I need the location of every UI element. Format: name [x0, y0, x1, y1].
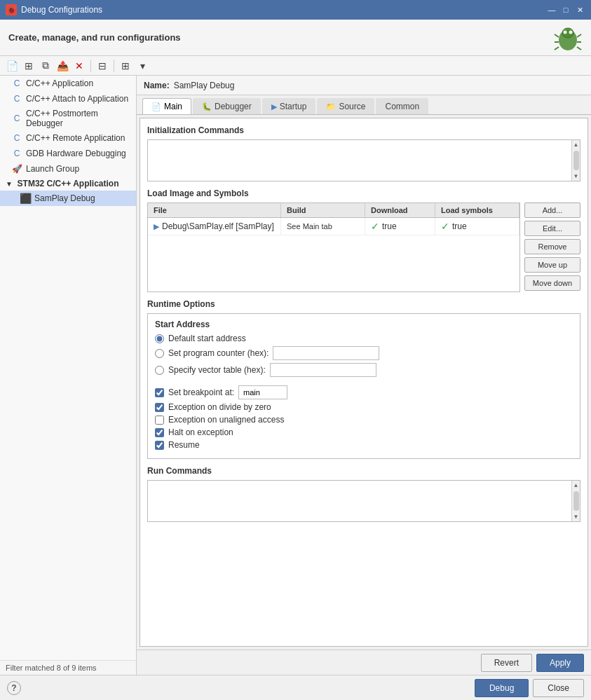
- sidebar-item-cpp-app[interactable]: C C/C++ Application: [0, 76, 136, 91]
- samplay-debug-icon: ⬛: [20, 193, 31, 204]
- radio-default-start-input[interactable]: [155, 334, 164, 343]
- sidebar-item-gdb-hardware[interactable]: C GDB Hardware Debugging: [0, 146, 136, 161]
- scrollbar-down-arrow[interactable]: ▼: [572, 172, 580, 181]
- new-config-button[interactable]: 📄: [4, 58, 20, 74]
- sidebar-item-label-cpp-attach: C/C++ Attach to Application: [26, 94, 128, 104]
- exception-divide-checkbox[interactable]: [155, 403, 164, 412]
- sidebar-item-samplay-debug[interactable]: ⬛ SamPlay Debug: [0, 191, 136, 206]
- cell-build: See Main tab: [281, 218, 365, 235]
- tab-source[interactable]: 📁 Source: [317, 98, 374, 114]
- sidebar-group-stm32: ▼ STM32 C/C++ Application: [0, 177, 136, 191]
- close-button[interactable]: ✕: [574, 4, 585, 15]
- sidebar-item-cpp-attach[interactable]: C C/C++ Attach to Application: [0, 91, 136, 107]
- sidebar-item-launch-group[interactable]: 🚀 Launch Group: [0, 161, 136, 177]
- table-row[interactable]: ▶ Debug\SamPlay.elf [SamPlay] See Main t…: [148, 218, 519, 235]
- sidebar-item-label-cpp-postmortem: C/C++ Postmortem Debugger: [26, 109, 130, 128]
- source-tab-icon: 📁: [326, 102, 336, 111]
- tab-main[interactable]: 📄 Main: [142, 98, 191, 114]
- svg-line-6: [555, 47, 559, 50]
- tab-debugger[interactable]: 🐛 Debugger: [193, 98, 261, 114]
- init-commands-area[interactable]: ▲ ▼: [147, 139, 580, 181]
- close-button[interactable]: Close: [533, 679, 584, 697]
- export-button[interactable]: 📤: [55, 58, 70, 74]
- run-scrollbar-thumb: [573, 491, 579, 511]
- revert-button[interactable]: Revert: [481, 654, 532, 672]
- debugger-tab-icon: 🐛: [202, 102, 212, 111]
- tab-common[interactable]: Common: [376, 98, 428, 114]
- action-bar: ? Debug Close: [0, 675, 591, 700]
- radio-vector-table: Specify vector table (hex):: [155, 363, 573, 377]
- svg-line-4: [555, 34, 559, 37]
- run-scrollbar-up[interactable]: ▲: [572, 481, 580, 490]
- svg-line-9: [577, 47, 581, 50]
- run-scrollbar-down[interactable]: ▼: [572, 512, 580, 521]
- table-buttons: Add... Edit... Remove Move up Move down: [524, 203, 580, 292]
- help-button[interactable]: ?: [7, 681, 21, 695]
- vector-table-input[interactable]: [270, 363, 376, 377]
- program-counter-input[interactable]: [273, 346, 379, 360]
- debug-button[interactable]: Debug: [475, 679, 529, 697]
- exception-unaligned-checkbox[interactable]: [155, 416, 164, 425]
- exception-divide-label: Exception on divide by zero: [168, 402, 271, 412]
- collapse-all-button[interactable]: ⊟: [95, 58, 110, 74]
- radio-default-start: Default start address: [155, 334, 573, 343]
- scrollbar-thumb: [573, 151, 579, 170]
- run-commands-scrollbar[interactable]: ▲ ▼: [571, 481, 580, 521]
- move-up-button[interactable]: Move up: [524, 257, 580, 273]
- duplicate-button[interactable]: ⧉: [38, 58, 53, 74]
- cell-load-symbols: ✓ true: [435, 218, 519, 235]
- new-config-type-button[interactable]: ⊞: [21, 58, 36, 74]
- delete-button[interactable]: ✕: [72, 58, 87, 74]
- scrollbar-up-arrow[interactable]: ▲: [572, 140, 580, 149]
- init-commands-scrollbar[interactable]: ▲ ▼: [571, 140, 580, 181]
- tab-startup-label: Startup: [280, 102, 307, 111]
- table: File Build Download Load symbols ▶ Debug…: [147, 203, 520, 292]
- radio-default-start-label: Default start address: [168, 334, 246, 343]
- add-button[interactable]: Add...: [524, 203, 580, 218]
- start-address-title: Start Address: [155, 320, 573, 329]
- sidebar-item-label-gdb-hardware: GDB Hardware Debugging: [26, 149, 126, 158]
- col-load-symbols: Load symbols: [435, 203, 519, 217]
- init-commands-title: Initialization Commands: [147, 125, 580, 135]
- radio-program-counter-input[interactable]: [155, 349, 164, 358]
- radio-vector-table-input[interactable]: [155, 366, 164, 375]
- checkbox-exception-unaligned: Exception on unaligned access: [155, 415, 573, 425]
- sidebar-item-cpp-postmortem[interactable]: C C/C++ Postmortem Debugger: [0, 107, 136, 130]
- checkbox-resume: Resume: [155, 440, 573, 450]
- bug-logo: [553, 23, 583, 53]
- window-controls[interactable]: — □ ✕: [546, 4, 585, 15]
- download-value: true: [382, 221, 397, 231]
- sidebar-item-label-launch-group: Launch Group: [26, 164, 79, 174]
- launch-group-icon: 🚀: [11, 163, 22, 174]
- edit-button[interactable]: Edit...: [524, 221, 580, 236]
- svg-line-7: [577, 34, 581, 37]
- sidebar-item-label-cpp-app: C/C++ Application: [26, 78, 93, 88]
- apply-button[interactable]: Apply: [536, 654, 584, 672]
- sidebar-item-cpp-remote[interactable]: C C/C++ Remote Application: [0, 130, 136, 146]
- filter-button[interactable]: ⊞: [118, 58, 133, 74]
- halt-on-exception-checkbox[interactable]: [155, 428, 164, 437]
- breakpoint-at-input[interactable]: [238, 385, 287, 399]
- app-icon: 🐞: [6, 4, 17, 15]
- main-tab-icon: 📄: [151, 102, 161, 111]
- resume-checkbox[interactable]: [155, 441, 164, 450]
- radio-vector-table-label: Specify vector table (hex):: [168, 365, 266, 375]
- file-value: Debug\SamPlay.elf [SamPlay]: [162, 221, 274, 231]
- cpp-postmortem-icon: C: [11, 113, 22, 124]
- load-image-table-container: File Build Download Load symbols ▶ Debug…: [147, 203, 580, 292]
- run-commands-area[interactable]: ▲ ▼: [147, 480, 580, 522]
- remove-button[interactable]: Remove: [524, 239, 580, 254]
- set-breakpoint-checkbox[interactable]: [155, 388, 164, 397]
- minimize-button[interactable]: —: [546, 4, 557, 15]
- load-image-title: Load Image and Symbols: [147, 188, 580, 198]
- tab-startup[interactable]: ▶ Startup: [262, 98, 316, 114]
- col-download: Download: [365, 203, 435, 217]
- tab-common-label: Common: [385, 102, 419, 111]
- app-header: Create, manage, and run configurations: [0, 20, 591, 56]
- move-down-button[interactable]: Move down: [524, 275, 580, 291]
- main-area: C C/C++ Application C C/C++ Attach to Ap…: [0, 76, 591, 675]
- filter-dropdown-button[interactable]: ▾: [135, 58, 150, 74]
- col-file: File: [148, 203, 281, 217]
- name-bar: Name: SamPlay Debug: [137, 76, 591, 95]
- maximize-button[interactable]: □: [560, 4, 571, 15]
